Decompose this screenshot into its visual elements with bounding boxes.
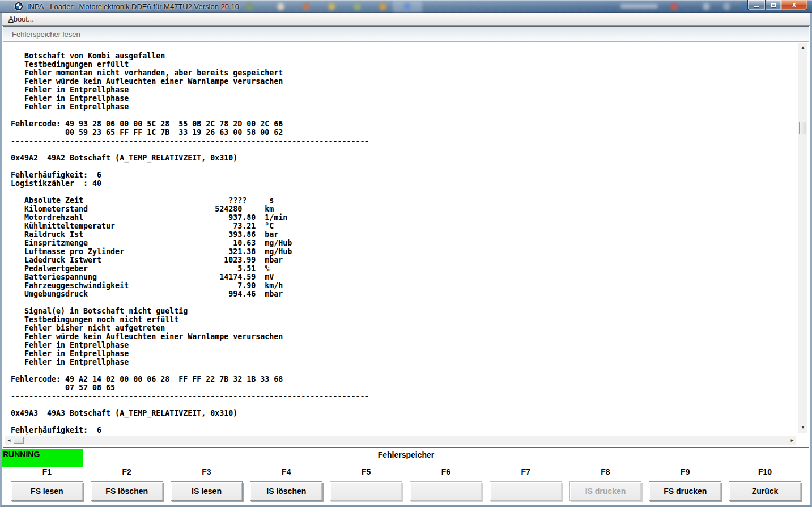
function-key-column: F1 FS lesen	[11, 467, 83, 501]
bottom-bar: RUNNING Fehlerspeicher F1 FS lesen F2 FS…	[2, 449, 810, 505]
panel-title: Fehlerspeicher lesen	[12, 30, 80, 39]
vertical-scrollbar[interactable]: ▲ ▼	[798, 43, 807, 433]
background-icon-blur	[379, 3, 386, 10]
fkey-button-f6	[410, 481, 482, 501]
fkey-label-f3: F3	[171, 467, 243, 478]
panel-header: Fehlerspeicher lesen	[3, 27, 809, 42]
fkey-button-f5	[330, 481, 402, 501]
fkey-label-f7: F7	[490, 467, 562, 478]
terminal-area: Botschaft von Kombi ausgefallen Testbedi…	[6, 43, 798, 435]
fkey-label-f9: F9	[649, 467, 721, 478]
function-key-column: F3 IS lesen	[171, 467, 243, 501]
scroll-up-icon[interactable]: ▲	[798, 44, 807, 52]
inpa-window: INPA - Loader: Motorelektronik DDE6 für …	[0, 0, 812, 507]
fkey-label-f5: F5	[330, 467, 402, 478]
window-controls: x	[747, 0, 807, 10]
scroll-down-icon[interactable]: ▼	[798, 424, 807, 432]
fkey-label-f10: F10	[729, 467, 801, 478]
background-text-blur	[620, 4, 658, 9]
close-button[interactable]: x	[781, 0, 807, 10]
minimize-icon	[754, 6, 759, 7]
background-icon-blur	[703, 3, 710, 10]
function-key-column: F8 IS drucken	[569, 467, 642, 501]
background-icon-blur	[328, 3, 335, 10]
function-key-column: F5	[330, 467, 402, 501]
fkey-label-f2: F2	[91, 467, 163, 478]
fkey-label-f1: F1	[11, 467, 83, 478]
horizontal-scrollbar[interactable]: ◄ ►	[5, 436, 796, 445]
fkey-label-f4: F4	[250, 467, 322, 478]
bmw-logo-icon	[15, 2, 23, 10]
function-key-column: F4 IS löschen	[250, 467, 322, 501]
terminal-output: Botschaft von Kombi ausgefallen Testbedi…	[6, 43, 798, 435]
background-icon-blur	[277, 3, 284, 10]
function-key-column: F10 Zurück	[729, 467, 801, 501]
function-key-grid: F1 FS lesen F2 FS löschen F3 IS lesen F4…	[2, 467, 810, 501]
fkey-button-f4[interactable]: IS löschen	[250, 481, 322, 501]
function-key-column: F2 FS löschen	[91, 467, 163, 501]
fkey-button-f1[interactable]: FS lesen	[11, 481, 83, 501]
fault-memory-panel: Fehlerspeicher lesen Botschaft von Kombi…	[3, 26, 809, 448]
maximize-button[interactable]	[765, 0, 781, 10]
fkey-button-f9[interactable]: FS drucken	[649, 481, 721, 501]
minimize-button[interactable]	[747, 0, 765, 10]
background-icon-blur	[403, 3, 411, 10]
background-icon-blur	[670, 3, 678, 10]
fkey-button-f10[interactable]: Zurück	[729, 481, 801, 501]
fkey-button-f3[interactable]: IS lesen	[171, 481, 243, 501]
background-icon-blur	[303, 3, 310, 10]
title-bar: INPA - Loader: Motorelektronik DDE6 für …	[0, 0, 812, 13]
window-title: INPA - Loader: Motorelektronik DDE6 für …	[27, 2, 239, 11]
status-row: RUNNING Fehlerspeicher	[2, 449, 810, 467]
background-icon-blur	[723, 3, 730, 10]
maximize-icon	[771, 3, 776, 7]
fkey-button-f8: IS drucken	[569, 481, 642, 501]
background-icon-blur	[246, 3, 253, 10]
fkey-label-f6: F6	[410, 467, 482, 478]
fkey-label-f8: F8	[569, 467, 642, 478]
menu-item-about[interactable]: About...	[6, 14, 36, 24]
menu-bar: About...	[2, 13, 810, 26]
screen-title: Fehlerspeicher	[2, 450, 810, 459]
scroll-left-icon[interactable]: ◄	[5, 436, 13, 445]
vertical-scroll-thumb[interactable]	[799, 122, 806, 134]
background-icon-blur	[354, 3, 361, 10]
function-key-column: F9 FS drucken	[649, 467, 721, 501]
fkey-button-f7	[490, 481, 562, 501]
fkey-button-f2[interactable]: FS löschen	[91, 481, 163, 501]
function-key-column: F7	[490, 467, 562, 501]
scroll-right-icon[interactable]: ►	[788, 436, 796, 445]
close-icon: x	[792, 1, 796, 9]
function-key-column: F6	[410, 467, 482, 501]
horizontal-scroll-thumb[interactable]	[14, 437, 24, 444]
